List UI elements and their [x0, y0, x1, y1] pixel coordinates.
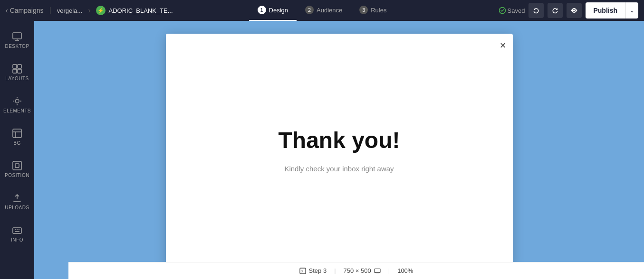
step-3-label: Rules [371, 7, 386, 14]
dimensions-group: 750 × 500 [344, 267, 381, 274]
sidebar-item-position[interactable]: POSITION [2, 154, 32, 184]
step-3-num: 3 [359, 6, 368, 14]
sidebar-uploads-label: UPLOADS [5, 205, 29, 210]
template-icon: ⚡ [96, 6, 106, 15]
saved-label: Saved [508, 7, 525, 14]
svg-rect-13 [375, 269, 380, 272]
template-name: ADORIC_BLANK_TE... [108, 7, 173, 14]
sidebar: DESKTOP LAYOUTS ELEMENTS BG [0, 21, 34, 279]
step-2-label: Audience [317, 7, 342, 14]
check-circle-icon [499, 7, 506, 14]
bottom-bar: 3 Step 3 | 750 × 500 | 100% [68, 262, 644, 279]
svg-rect-8 [13, 161, 21, 170]
breadcrumb[interactable]: vergela... [57, 7, 82, 14]
dimensions-text: 750 × 500 [344, 267, 371, 274]
redo-button[interactable] [548, 3, 563, 18]
popup-card: × Thank you! Kindly check your inbox rig… [166, 34, 513, 266]
step-1-num: 1 [258, 6, 266, 14]
bottom-sep2: | [388, 267, 390, 274]
step-1-label: Design [269, 7, 288, 14]
zoom-group: 100% [397, 267, 413, 274]
step-2-num: 2 [305, 6, 314, 14]
sidebar-item-elements[interactable]: ELEMENTS [2, 89, 32, 120]
bg-icon [12, 128, 22, 139]
popup-subtitle: Kindly check your inbox right away [284, 165, 394, 173]
sidebar-item-uploads[interactable]: UPLOADS [2, 186, 32, 216]
svg-point-6 [15, 99, 19, 103]
undo-button[interactable] [529, 3, 544, 18]
svg-rect-4 [13, 69, 17, 73]
uploads-icon [12, 193, 22, 203]
svg-rect-10 [13, 228, 21, 233]
canvas-area: × Thank you! Kindly check your inbox rig… [34, 21, 644, 279]
eye-icon [570, 7, 578, 14]
redo-icon [551, 7, 559, 14]
svg-rect-2 [13, 65, 17, 68]
saved-badge: Saved [499, 7, 525, 14]
zoom-level: 100% [397, 267, 413, 274]
svg-rect-7 [13, 129, 21, 138]
separator: | [49, 6, 51, 15]
desktop-icon [12, 31, 22, 42]
template-name-group: ⚡ ADORIC_BLANK_TE... [96, 6, 173, 15]
sidebar-bg-label: BG [13, 140, 20, 146]
svg-rect-3 [18, 65, 21, 68]
step-icon: 3 [299, 268, 306, 274]
tab-design[interactable]: 1 Design [249, 0, 297, 21]
separator2: › [88, 6, 90, 15]
sidebar-position-label: POSITION [5, 173, 29, 178]
sidebar-layouts-label: LAYOUTS [5, 76, 29, 81]
tab-audience[interactable]: 2 Audience [297, 0, 351, 21]
layouts-icon [12, 64, 22, 74]
popup-title: Thank you! [278, 127, 400, 153]
undo-icon [532, 7, 540, 14]
top-navigation: ‹ Campaigns | vergela... › ⚡ ADORIC_BLAN… [0, 0, 644, 21]
tab-rules[interactable]: 3 Rules [351, 0, 395, 21]
position-icon [12, 160, 22, 171]
elements-icon [12, 96, 22, 106]
main-layout: DESKTOP LAYOUTS ELEMENTS BG [0, 21, 644, 279]
sidebar-item-layouts[interactable]: LAYOUTS [2, 57, 32, 87]
svg-rect-5 [18, 69, 21, 73]
sidebar-info-label: INFO [11, 237, 23, 242]
step-tabs: 1 Design 2 Audience 3 Rules [249, 0, 395, 21]
step-label: Step 3 [309, 267, 327, 274]
info-keyboard-icon [12, 225, 22, 235]
sidebar-elements-label: ELEMENTS [3, 108, 31, 113]
publish-button[interactable]: Publish [586, 2, 625, 19]
sidebar-item-bg[interactable]: BG [2, 121, 32, 152]
screen-size-icon [374, 268, 381, 274]
svg-rect-1 [13, 33, 21, 39]
step-indicator: 3 Step 3 [299, 267, 327, 274]
sidebar-item-info[interactable]: INFO [2, 218, 32, 249]
sidebar-desktop-label: DESKTOP [5, 44, 29, 49]
popup-close-button[interactable]: × [500, 40, 506, 51]
topnav-right-group: Saved Publish ⌄ [499, 2, 638, 19]
publish-dropdown-button[interactable]: ⌄ [625, 2, 638, 19]
bottom-sep1: | [334, 267, 336, 274]
svg-text:3: 3 [301, 270, 303, 273]
back-to-campaigns[interactable]: ‹ Campaigns [6, 7, 44, 14]
sidebar-item-desktop[interactable]: DESKTOP [2, 25, 32, 55]
svg-rect-9 [15, 164, 19, 167]
preview-button[interactable] [567, 3, 582, 18]
campaigns-label: Campaigns [10, 7, 44, 14]
publish-group: Publish ⌄ [586, 2, 638, 19]
